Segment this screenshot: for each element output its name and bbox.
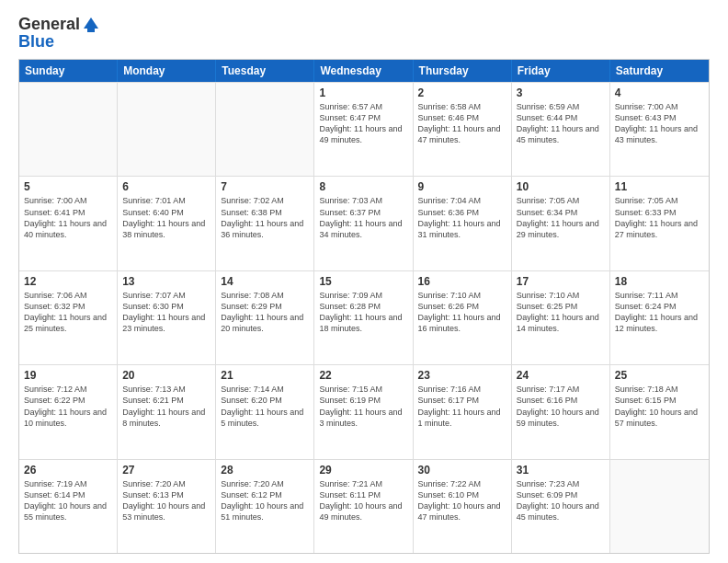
logo-blue-text: Blue xyxy=(18,32,100,52)
day-number: 7 xyxy=(221,180,309,193)
calendar-row-5: 26Sunrise: 7:19 AM Sunset: 6:14 PM Dayli… xyxy=(19,459,709,553)
table-row: 7Sunrise: 7:02 AM Sunset: 6:38 PM Daylig… xyxy=(216,177,314,270)
cell-info: Sunrise: 6:57 AM Sunset: 6:47 PM Dayligh… xyxy=(319,101,407,146)
table-row: 21Sunrise: 7:14 AM Sunset: 6:20 PM Dayli… xyxy=(216,365,314,458)
page: General Blue SundayMondayTuesdayWednesda… xyxy=(0,0,728,563)
logo-general-text: General xyxy=(18,15,80,34)
day-number: 25 xyxy=(615,369,704,382)
table-row: 15Sunrise: 7:09 AM Sunset: 6:28 PM Dayli… xyxy=(314,271,413,364)
cell-info: Sunrise: 7:22 AM Sunset: 6:10 PM Dayligh… xyxy=(418,478,506,523)
day-number: 26 xyxy=(24,464,112,477)
day-number: 14 xyxy=(221,275,309,288)
table-row: 12Sunrise: 7:06 AM Sunset: 6:32 PM Dayli… xyxy=(19,271,118,364)
table-row: 20Sunrise: 7:13 AM Sunset: 6:21 PM Dayli… xyxy=(118,365,216,458)
table-row: 5Sunrise: 7:00 AM Sunset: 6:41 PM Daylig… xyxy=(19,177,118,270)
cell-info: Sunrise: 7:01 AM Sunset: 6:40 PM Dayligh… xyxy=(122,195,210,240)
calendar-body: 1Sunrise: 6:57 AM Sunset: 6:47 PM Daylig… xyxy=(19,82,709,553)
cell-info: Sunrise: 6:59 AM Sunset: 6:44 PM Dayligh… xyxy=(517,101,605,146)
cell-info: Sunrise: 7:16 AM Sunset: 6:17 PM Dayligh… xyxy=(418,384,506,429)
calendar-row-1: 1Sunrise: 6:57 AM Sunset: 6:47 PM Daylig… xyxy=(19,82,709,176)
day-number: 9 xyxy=(418,180,506,193)
header-cell-thursday: Thursday xyxy=(414,60,512,82)
table-row: 28Sunrise: 7:20 AM Sunset: 6:12 PM Dayli… xyxy=(216,460,314,553)
day-number: 19 xyxy=(24,369,112,382)
day-number: 22 xyxy=(319,369,407,382)
cell-info: Sunrise: 7:18 AM Sunset: 6:15 PM Dayligh… xyxy=(615,384,704,429)
table-row: 3Sunrise: 6:59 AM Sunset: 6:44 PM Daylig… xyxy=(512,83,610,176)
header-cell-saturday: Saturday xyxy=(610,60,709,82)
table-row: 19Sunrise: 7:12 AM Sunset: 6:22 PM Dayli… xyxy=(19,365,118,458)
table-row: 1Sunrise: 6:57 AM Sunset: 6:47 PM Daylig… xyxy=(314,83,413,176)
day-number: 31 xyxy=(517,464,605,477)
day-number: 16 xyxy=(418,275,506,288)
cell-info: Sunrise: 7:14 AM Sunset: 6:20 PM Dayligh… xyxy=(221,384,309,429)
day-number: 27 xyxy=(122,464,210,477)
day-number: 30 xyxy=(418,464,506,477)
day-number: 2 xyxy=(418,86,506,99)
cell-info: Sunrise: 7:20 AM Sunset: 6:12 PM Dayligh… xyxy=(221,478,309,523)
table-row: 9Sunrise: 7:04 AM Sunset: 6:36 PM Daylig… xyxy=(414,177,512,270)
day-number: 24 xyxy=(517,369,605,382)
table-row: 31Sunrise: 7:23 AM Sunset: 6:09 PM Dayli… xyxy=(512,460,610,553)
table-row xyxy=(118,83,216,176)
table-row: 14Sunrise: 7:08 AM Sunset: 6:29 PM Dayli… xyxy=(216,271,314,364)
table-row: 6Sunrise: 7:01 AM Sunset: 6:40 PM Daylig… xyxy=(118,177,216,270)
cell-info: Sunrise: 7:09 AM Sunset: 6:28 PM Dayligh… xyxy=(319,290,407,335)
header-cell-friday: Friday xyxy=(512,60,610,82)
day-number: 8 xyxy=(319,180,407,193)
cell-info: Sunrise: 7:03 AM Sunset: 6:37 PM Dayligh… xyxy=(319,195,407,240)
table-row xyxy=(19,83,118,176)
day-number: 15 xyxy=(319,275,407,288)
svg-marker-0 xyxy=(84,17,98,29)
day-number: 29 xyxy=(319,464,407,477)
cell-info: Sunrise: 7:12 AM Sunset: 6:22 PM Dayligh… xyxy=(24,384,112,429)
cell-info: Sunrise: 7:19 AM Sunset: 6:14 PM Dayligh… xyxy=(24,478,112,523)
cell-info: Sunrise: 7:06 AM Sunset: 6:32 PM Dayligh… xyxy=(24,290,112,335)
cell-info: Sunrise: 6:58 AM Sunset: 6:46 PM Dayligh… xyxy=(418,101,506,146)
table-row xyxy=(610,460,709,553)
cell-info: Sunrise: 7:10 AM Sunset: 6:26 PM Dayligh… xyxy=(418,290,506,335)
day-number: 20 xyxy=(122,369,210,382)
cell-info: Sunrise: 7:23 AM Sunset: 6:09 PM Dayligh… xyxy=(517,478,605,523)
day-number: 6 xyxy=(122,180,210,193)
logo: General Blue xyxy=(18,15,100,52)
table-row: 13Sunrise: 7:07 AM Sunset: 6:30 PM Dayli… xyxy=(118,271,216,364)
header-cell-monday: Monday xyxy=(118,60,216,82)
day-number: 4 xyxy=(615,86,704,99)
cell-info: Sunrise: 7:20 AM Sunset: 6:13 PM Dayligh… xyxy=(122,478,210,523)
day-number: 28 xyxy=(221,464,309,477)
cell-info: Sunrise: 7:10 AM Sunset: 6:25 PM Dayligh… xyxy=(517,290,605,335)
table-row: 17Sunrise: 7:10 AM Sunset: 6:25 PM Dayli… xyxy=(512,271,610,364)
cell-info: Sunrise: 7:21 AM Sunset: 6:11 PM Dayligh… xyxy=(319,478,407,523)
day-number: 1 xyxy=(319,86,407,99)
table-row: 18Sunrise: 7:11 AM Sunset: 6:24 PM Dayli… xyxy=(610,271,709,364)
cell-info: Sunrise: 7:15 AM Sunset: 6:19 PM Dayligh… xyxy=(319,384,407,429)
cell-info: Sunrise: 7:11 AM Sunset: 6:24 PM Dayligh… xyxy=(615,290,704,335)
header-cell-tuesday: Tuesday xyxy=(216,60,314,82)
calendar-header: SundayMondayTuesdayWednesdayThursdayFrid… xyxy=(19,60,709,82)
table-row: 23Sunrise: 7:16 AM Sunset: 6:17 PM Dayli… xyxy=(414,365,512,458)
cell-info: Sunrise: 7:00 AM Sunset: 6:41 PM Dayligh… xyxy=(24,195,112,240)
table-row: 10Sunrise: 7:05 AM Sunset: 6:34 PM Dayli… xyxy=(512,177,610,270)
table-row: 26Sunrise: 7:19 AM Sunset: 6:14 PM Dayli… xyxy=(19,460,118,553)
cell-info: Sunrise: 7:05 AM Sunset: 6:34 PM Dayligh… xyxy=(517,195,605,240)
table-row xyxy=(216,83,314,176)
table-row: 16Sunrise: 7:10 AM Sunset: 6:26 PM Dayli… xyxy=(414,271,512,364)
day-number: 18 xyxy=(615,275,704,288)
header-cell-wednesday: Wednesday xyxy=(314,60,413,82)
day-number: 21 xyxy=(221,369,309,382)
table-row: 2Sunrise: 6:58 AM Sunset: 6:46 PM Daylig… xyxy=(414,83,512,176)
table-row: 22Sunrise: 7:15 AM Sunset: 6:19 PM Dayli… xyxy=(314,365,413,458)
day-number: 13 xyxy=(122,275,210,288)
cell-info: Sunrise: 7:02 AM Sunset: 6:38 PM Dayligh… xyxy=(221,195,309,240)
table-row: 4Sunrise: 7:00 AM Sunset: 6:43 PM Daylig… xyxy=(610,83,709,176)
day-number: 3 xyxy=(517,86,605,99)
cell-info: Sunrise: 7:05 AM Sunset: 6:33 PM Dayligh… xyxy=(615,195,704,240)
cell-info: Sunrise: 7:13 AM Sunset: 6:21 PM Dayligh… xyxy=(122,384,210,429)
calendar-row-2: 5Sunrise: 7:00 AM Sunset: 6:41 PM Daylig… xyxy=(19,176,709,270)
table-row: 25Sunrise: 7:18 AM Sunset: 6:15 PM Dayli… xyxy=(610,365,709,458)
day-number: 5 xyxy=(24,180,112,193)
cell-info: Sunrise: 7:07 AM Sunset: 6:30 PM Dayligh… xyxy=(122,290,210,335)
table-row: 30Sunrise: 7:22 AM Sunset: 6:10 PM Dayli… xyxy=(414,460,512,553)
day-number: 23 xyxy=(418,369,506,382)
